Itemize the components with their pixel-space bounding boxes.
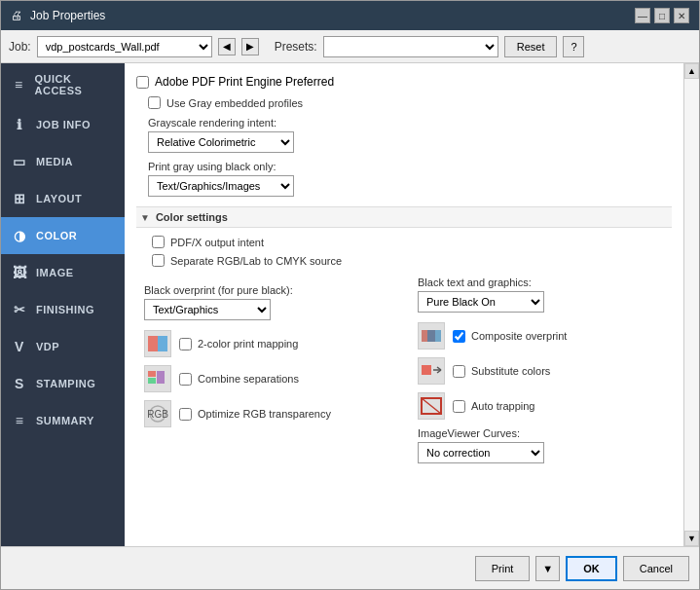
finishing-icon: ✂ xyxy=(11,301,28,318)
combine-sep-row: Combine separations xyxy=(144,365,398,392)
grayscale-label: Grayscale rendering intent: xyxy=(148,117,672,129)
substitute-colors-row: Substitute colors xyxy=(418,357,672,385)
auto-trapping-label: Auto trapping xyxy=(471,400,534,412)
sidebar-label-finishing: FINISHING xyxy=(36,304,94,315)
svg-rect-4 xyxy=(157,371,165,384)
quick-access-icon: ≡ xyxy=(11,76,27,93)
black-text-select[interactable]: Pure Black On Rich Black On Black Off xyxy=(418,291,544,313)
scroll-track[interactable] xyxy=(684,79,699,531)
cancel-button[interactable]: Cancel xyxy=(623,556,689,581)
sidebar-item-color[interactable]: ◑ COLOR xyxy=(1,217,125,254)
imageviewer-select[interactable]: No correction Correction 1 Correction 2 xyxy=(418,442,544,463)
scroll-up-button[interactable]: ▲ xyxy=(684,63,699,79)
use-gray-checkbox[interactable] xyxy=(148,96,161,109)
optimize-rgb-checkbox-row: Optimize RGB transparency xyxy=(179,408,331,421)
sidebar-item-image[interactable]: 🖼 IMAGE xyxy=(1,254,125,291)
pdfx-checkbox[interactable] xyxy=(152,236,165,248)
scrollbar[interactable]: ▲ ▼ xyxy=(683,63,699,546)
color-icon: ◑ xyxy=(11,227,28,244)
auto-trapping-checkbox[interactable] xyxy=(453,400,465,413)
composite-overprint-icon xyxy=(418,322,445,350)
reset-button[interactable]: Reset xyxy=(504,36,558,57)
summary-icon: ≡ xyxy=(11,412,28,429)
sidebar-label-image: IMAGE xyxy=(36,267,74,278)
optimize-rgb-row: RGB Optimize RGB transparency xyxy=(144,400,398,427)
svg-rect-2 xyxy=(148,371,156,377)
adobe-pdf-checkbox-row: Adobe PDF Print Engine Preferred xyxy=(136,73,334,91)
sidebar-label-summary: SUMMARY xyxy=(36,415,94,426)
next-job-button[interactable]: ▶ xyxy=(241,38,259,55)
sidebar-item-job-info[interactable]: ℹ JOB INFO xyxy=(1,106,125,143)
svg-text:RGB: RGB xyxy=(147,409,168,420)
substitute-checkbox[interactable] xyxy=(453,365,465,378)
ok-button[interactable]: OK xyxy=(566,556,617,581)
job-properties-window: 🖨 Job Properties — □ ✕ Job: vdp_postcard… xyxy=(0,0,700,590)
print-gray-label: Print gray using black only: xyxy=(148,161,672,172)
prev-job-button[interactable]: ◀ xyxy=(218,38,236,55)
sidebar-label-vdp: VDP xyxy=(36,341,59,352)
combine-checkbox-row: Combine separations xyxy=(179,373,299,386)
scroll-down-button[interactable]: ▼ xyxy=(684,531,699,546)
sidebar-item-vdp[interactable]: V VDP xyxy=(1,328,125,365)
use-gray-label: Use Gray embedded profiles xyxy=(166,97,303,109)
composite-label: Composite overprint xyxy=(471,330,567,342)
composite-checkbox-row: Composite overprint xyxy=(453,330,567,343)
image-icon: 🖼 xyxy=(11,264,28,281)
title-bar-left: 🖨 Job Properties xyxy=(11,9,105,22)
sidebar-item-finishing[interactable]: ✂ FINISHING xyxy=(1,291,125,328)
separate-rgb-label: Separate RGB/Lab to CMYK source xyxy=(170,255,342,267)
combine-sep-icon xyxy=(144,365,171,392)
job-label: Job: xyxy=(9,40,31,54)
presets-select[interactable] xyxy=(323,36,498,57)
sidebar-item-layout[interactable]: ⊞ LAYOUT xyxy=(1,180,125,217)
svg-rect-0 xyxy=(148,336,158,351)
imageviewer-group: ImageViewer Curves: No correction Correc… xyxy=(418,427,672,463)
black-overprint-select[interactable]: Text/Graphics Text Only None xyxy=(144,299,271,320)
auto-trapping-checkbox-row: Auto trapping xyxy=(453,400,534,413)
col-left: Black overprint (for pure black): Text/G… xyxy=(144,277,398,471)
optimize-rgb-checkbox[interactable] xyxy=(179,408,192,421)
print-gray-select[interactable]: Text/Graphics/Images Text/Graphics None xyxy=(148,175,294,197)
sidebar: ≡ QUICK ACCESS ℹ JOB INFO ▭ MEDIA ⊞ LAYO… xyxy=(1,63,125,546)
substitute-label: Substitute colors xyxy=(471,365,550,377)
black-overprint-label: Black overprint (for pure black): xyxy=(144,284,398,296)
job-toolbar: Job: vdp_postcards_Wall.pdf ◀ ▶ Presets:… xyxy=(1,30,699,63)
content-scroll: Adobe PDF Print Engine Preferred Use Gra… xyxy=(125,63,683,546)
sidebar-item-stamping[interactable]: S STAMPING xyxy=(1,365,125,402)
optimize-rgb-label: Optimize RGB transparency xyxy=(198,408,331,420)
title-bar-controls: — □ ✕ xyxy=(635,8,689,23)
sidebar-item-summary[interactable]: ≡ SUMMARY xyxy=(1,402,125,439)
svg-rect-1 xyxy=(158,336,167,351)
sidebar-label-media: MEDIA xyxy=(36,156,73,167)
auto-trapping-row: Auto trapping xyxy=(418,392,672,420)
job-select[interactable]: vdp_postcards_Wall.pdf xyxy=(37,36,212,57)
close-button[interactable]: ✕ xyxy=(674,8,689,23)
separate-rgb-checkbox[interactable] xyxy=(152,254,165,267)
combine-label: Combine separations xyxy=(198,373,299,385)
minimize-button[interactable]: — xyxy=(635,8,650,23)
grayscale-select[interactable]: Relative Colorimetric Perceptual Saturat… xyxy=(148,131,294,153)
maximize-button[interactable]: □ xyxy=(654,8,670,23)
adobe-pdf-label: Adobe PDF Print Engine Preferred xyxy=(155,75,334,89)
svg-line-14 xyxy=(422,398,441,414)
grayscale-group: Grayscale rendering intent: Relative Col… xyxy=(148,117,672,153)
svg-rect-8 xyxy=(427,330,441,342)
adobe-pdf-checkbox[interactable] xyxy=(136,76,149,89)
composite-checkbox[interactable] xyxy=(453,330,465,343)
two-color-icon xyxy=(144,330,171,357)
substitute-checkbox-row: Substitute colors xyxy=(453,365,550,378)
sidebar-item-quick-access[interactable]: ≡ QUICK ACCESS xyxy=(1,63,125,106)
sidebar-label-job-info: JOB INFO xyxy=(36,119,91,130)
two-color-row: 2-color print mapping xyxy=(144,330,398,357)
two-column-section: Black overprint (for pure black): Text/G… xyxy=(144,277,672,471)
help-button[interactable]: ? xyxy=(563,36,584,57)
combine-checkbox[interactable] xyxy=(179,373,192,386)
print-button[interactable]: Print xyxy=(475,556,531,581)
print-dropdown-button[interactable]: ▼ xyxy=(535,556,560,581)
two-color-checkbox[interactable] xyxy=(179,338,192,350)
sidebar-item-media[interactable]: ▭ MEDIA xyxy=(1,143,125,180)
sidebar-items: ≡ QUICK ACCESS ℹ JOB INFO ▭ MEDIA ⊞ LAYO… xyxy=(1,63,125,546)
presets-label: Presets: xyxy=(275,40,317,54)
job-info-icon: ℹ xyxy=(11,116,28,133)
two-color-label: 2-color print mapping xyxy=(198,338,298,350)
